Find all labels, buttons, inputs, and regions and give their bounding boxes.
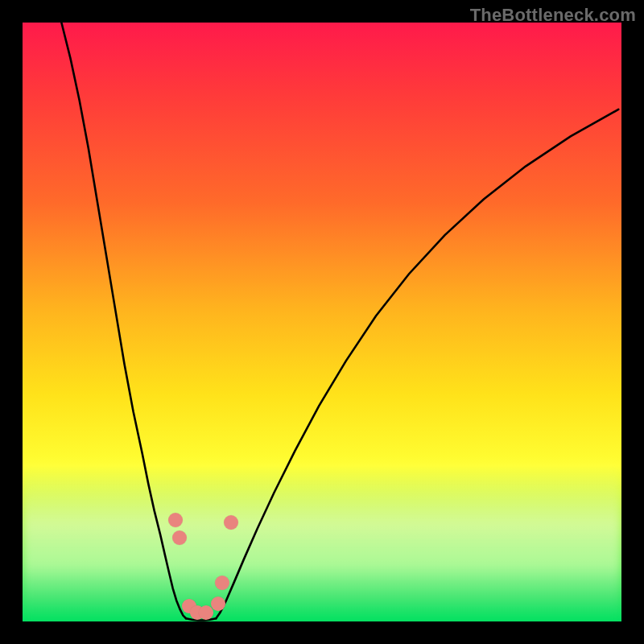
curve-right [216,109,618,618]
marker-m7 [215,576,229,590]
marker-m1 [168,513,183,527]
curve-svg [23,23,621,621]
chart-stage: TheBottleneck.com [0,0,644,644]
marker-m2 [172,530,187,545]
curve-left [61,23,186,618]
marker-m6 [211,597,225,611]
plot-area [23,23,621,621]
marker-m5 [199,605,213,620]
